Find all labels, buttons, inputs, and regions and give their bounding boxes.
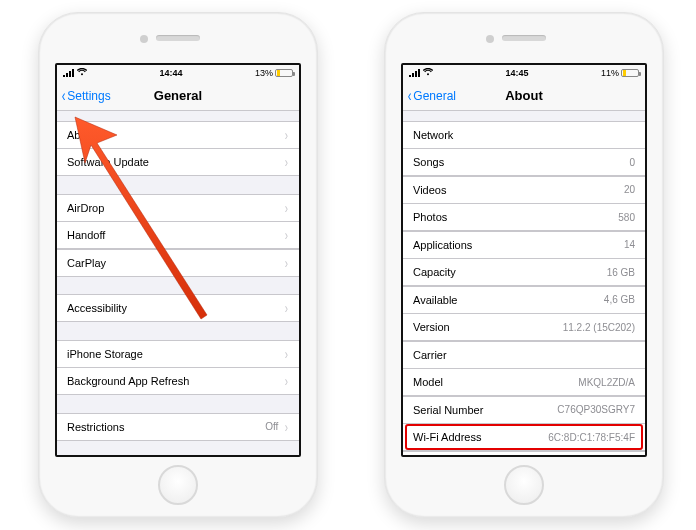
row-value: 14 — [624, 239, 635, 250]
row-value: 4,6 GB — [604, 294, 635, 305]
signal-icon — [409, 69, 420, 77]
chevron-right-icon: › — [285, 255, 288, 271]
phone-camera — [486, 35, 494, 43]
wifi-icon — [77, 68, 87, 78]
battery-fill — [277, 70, 280, 76]
wifi-icon — [423, 68, 433, 78]
about-row-songs[interactable]: Songs0 — [403, 148, 645, 176]
battery-icon — [621, 69, 639, 77]
row-label: Restrictions — [67, 421, 124, 433]
row-label: Available — [413, 294, 457, 306]
group-gap — [57, 277, 299, 295]
about-row-applications[interactable]: Applications14 — [403, 231, 645, 259]
status-bar: 14:44 13% — [57, 65, 299, 81]
row-value: C76QP30SGRY7 — [557, 404, 635, 415]
row-value: 20 — [624, 184, 635, 195]
row-value: 16 GB — [607, 267, 635, 278]
about-row-wi-fi-address[interactable]: Wi-Fi Address6C:8D:C1:78:F5:4F — [403, 423, 645, 451]
chevron-right-icon: › — [285, 127, 288, 143]
row-label: About — [67, 129, 96, 141]
settings-row-software-update[interactable]: Software Update› — [57, 148, 299, 176]
row-value: 11.2.2 (15C202) — [563, 322, 635, 333]
phone-camera — [140, 35, 148, 43]
chevron-left-icon: ‹ — [62, 88, 66, 104]
row-label: Model — [413, 376, 443, 388]
chevron-left-icon: ‹ — [408, 88, 412, 104]
settings-row-carplay[interactable]: CarPlay› — [57, 249, 299, 277]
status-bar: 14:45 11% — [403, 65, 645, 81]
chevron-right-icon: › — [285, 227, 288, 243]
row-label: Videos — [413, 184, 446, 196]
phone-mockup-right: 14:45 11% ‹ General About NetworkSongs0V… — [384, 12, 664, 518]
nav-title: General — [154, 88, 202, 103]
about-row-carrier[interactable]: Carrier — [403, 341, 645, 369]
settings-row-accessibility[interactable]: Accessibility› — [57, 294, 299, 322]
about-list[interactable]: NetworkSongs0Videos20Photos580Applicatio… — [403, 111, 645, 455]
row-value: Off — [265, 421, 278, 432]
status-time: 14:44 — [87, 68, 255, 78]
about-row-network[interactable]: Network — [403, 121, 645, 149]
home-button[interactable] — [504, 465, 544, 505]
group-gap — [57, 176, 299, 194]
chevron-right-icon: › — [285, 419, 288, 435]
settings-row-handoff[interactable]: Handoff› — [57, 221, 299, 249]
row-label: Applications — [413, 239, 472, 251]
row-label: Songs — [413, 156, 444, 168]
back-button[interactable]: ‹ Settings — [61, 81, 111, 110]
row-label: Carrier — [413, 349, 447, 361]
about-row-videos[interactable]: Videos20 — [403, 176, 645, 204]
row-value: 6C:8D:C1:78:F5:4F — [548, 432, 635, 443]
battery-pct: 11% — [601, 68, 619, 78]
about-row-serial-number[interactable]: Serial NumberC76QP30SGRY7 — [403, 396, 645, 424]
row-label: AirDrop — [67, 202, 104, 214]
screen-left: 14:44 13% ‹ Settings General About›Softw… — [55, 63, 301, 457]
row-value: 580 — [618, 212, 635, 223]
signal-icon — [63, 69, 74, 77]
group-gap — [57, 111, 299, 121]
about-row-model[interactable]: ModelMKQL2ZD/A — [403, 368, 645, 396]
nav-bar: ‹ General About — [403, 81, 645, 111]
row-value: MKQL2ZD/A — [578, 377, 635, 388]
group-gap — [57, 322, 299, 340]
phone-speaker — [156, 35, 200, 41]
chevron-right-icon: › — [285, 373, 288, 389]
back-label: General — [413, 89, 456, 103]
row-label: Capacity — [413, 266, 456, 278]
row-label: Version — [413, 321, 450, 333]
nav-title: About — [505, 88, 543, 103]
settings-row-airdrop[interactable]: AirDrop› — [57, 194, 299, 222]
about-row-capacity[interactable]: Capacity16 GB — [403, 258, 645, 286]
row-label: Accessibility — [67, 302, 127, 314]
screen-right: 14:45 11% ‹ General About NetworkSongs0V… — [401, 63, 647, 457]
settings-row-iphone-storage[interactable]: iPhone Storage› — [57, 340, 299, 368]
battery-icon — [275, 69, 293, 77]
settings-row-about[interactable]: About› — [57, 121, 299, 149]
settings-row-background-app-refresh[interactable]: Background App Refresh› — [57, 367, 299, 395]
chevron-right-icon: › — [285, 300, 288, 316]
row-label: Background App Refresh — [67, 375, 189, 387]
battery-fill — [623, 70, 626, 76]
about-row-photos[interactable]: Photos580 — [403, 203, 645, 231]
settings-list[interactable]: About›Software Update›AirDrop›Handoff›Ca… — [57, 111, 299, 455]
row-label: Network — [413, 129, 453, 141]
battery-pct: 13% — [255, 68, 273, 78]
row-label: Photos — [413, 211, 447, 223]
nav-bar: ‹ Settings General — [57, 81, 299, 111]
row-label: Handoff — [67, 229, 105, 241]
phone-speaker — [502, 35, 546, 41]
home-button[interactable] — [158, 465, 198, 505]
settings-row-restrictions[interactable]: RestrictionsOff› — [57, 413, 299, 441]
row-label: iPhone Storage — [67, 348, 143, 360]
back-button[interactable]: ‹ General — [407, 81, 456, 110]
about-row-version[interactable]: Version11.2.2 (15C202) — [403, 313, 645, 341]
group-gap — [57, 395, 299, 413]
about-row-bluetooth[interactable]: Bluetooth6C:8D:C1:78:FB:E0 — [403, 451, 645, 456]
chevron-right-icon: › — [285, 154, 288, 170]
about-row-available[interactable]: Available4,6 GB — [403, 286, 645, 314]
row-label: Serial Number — [413, 404, 483, 416]
row-label: CarPlay — [67, 257, 106, 269]
phone-mockup-left: 14:44 13% ‹ Settings General About›Softw… — [38, 12, 318, 518]
row-label: Software Update — [67, 156, 149, 168]
row-value: 0 — [629, 157, 635, 168]
status-time: 14:45 — [433, 68, 601, 78]
